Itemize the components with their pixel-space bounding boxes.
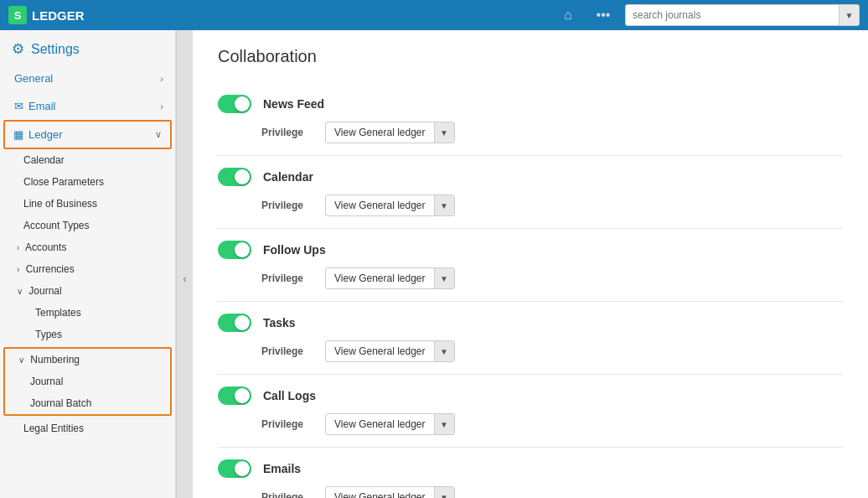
collab-item-news-feed: News Feed Privilege View General ledger … xyxy=(218,83,843,155)
privilege-select-tasks[interactable]: View General ledger ▼ xyxy=(325,340,455,362)
collab-item-emails: Emails Privilege View General ledger ▼ xyxy=(218,447,843,498)
logo-icon: S xyxy=(8,6,27,24)
toggle-knob-news-feed xyxy=(235,96,250,112)
ledger-item-wrapper: ▦ Ledger ∨ xyxy=(3,120,172,149)
collab-item-follow-ups: Follow Ups Privilege View General ledger… xyxy=(218,228,843,301)
collab-name-calendar: Calendar xyxy=(263,170,313,184)
sidebar-item-numbering[interactable]: ∨ Numbering xyxy=(5,349,170,371)
toggle-follow-ups[interactable] xyxy=(218,241,251,259)
page-title: Collaboration xyxy=(218,47,843,66)
sidebar-item-currencies[interactable]: › Currencies xyxy=(0,258,175,280)
privilege-select-follow-ups[interactable]: View General ledger ▼ xyxy=(325,267,455,289)
search-dropdown-button[interactable]: ▼ xyxy=(839,5,859,25)
privilege-dropdown-emails[interactable]: ▼ xyxy=(434,487,454,498)
privilege-dropdown-call-logs[interactable]: ▼ xyxy=(434,414,454,434)
collab-item-call-logs: Call Logs Privilege View General ledger … xyxy=(218,374,843,447)
more-button[interactable]: ••• xyxy=(590,2,617,29)
toggle-news-feed[interactable] xyxy=(218,95,251,113)
sidebar-item-general[interactable]: General › xyxy=(0,65,175,92)
privilege-select-call-logs[interactable]: View General ledger ▼ xyxy=(325,413,455,435)
settings-header: ⚙ Settings xyxy=(0,30,175,65)
app-name: LEDGER xyxy=(32,8,85,23)
ledger-nav-icon: ▦ xyxy=(13,128,23,141)
privilege-value-news-feed: View General ledger xyxy=(326,127,434,138)
toggle-tasks[interactable] xyxy=(218,314,251,332)
sidebar-item-close-parameters[interactable]: Close Parameters xyxy=(0,171,175,193)
privilege-label-news-feed: Privilege xyxy=(261,127,312,138)
home-button[interactable]: ⌂ xyxy=(555,2,581,29)
sidebar-item-account-types[interactable]: Account Types xyxy=(0,215,175,236)
privilege-label-tasks: Privilege xyxy=(261,345,312,357)
privilege-dropdown-calendar[interactable]: ▼ xyxy=(434,195,454,215)
main-area: ⚙ Settings General › ✉ Email › ▦ Ledger … xyxy=(0,30,868,498)
privilege-label-emails: Privilege xyxy=(261,491,312,498)
collab-item-calendar: Calendar Privilege View General ledger ▼ xyxy=(218,155,843,228)
privilege-label-follow-ups: Privilege xyxy=(261,272,312,284)
toggle-knob-emails xyxy=(235,461,250,476)
currencies-arrow: › xyxy=(17,265,19,274)
collab-name-news-feed: News Feed xyxy=(263,97,324,111)
ledger-sub-items: Calendar Close Parameters Line of Busine… xyxy=(0,149,175,439)
toggle-emails[interactable] xyxy=(218,459,251,478)
sidebar-item-journal-num[interactable]: Journal xyxy=(5,371,170,392)
collab-name-tasks: Tasks xyxy=(263,316,296,329)
content-area: Collaboration News Feed Privilege View G… xyxy=(193,30,868,498)
search-journals-container: ▼ xyxy=(625,4,860,26)
collab-item-tasks: Tasks Privilege View General ledger ▼ xyxy=(218,301,843,374)
sidebar-item-journal-batch[interactable]: Journal Batch xyxy=(5,392,170,414)
collab-name-call-logs: Call Logs xyxy=(263,389,316,402)
search-dropdown-icon: ▼ xyxy=(845,11,854,20)
toggle-knob-call-logs xyxy=(235,388,250,403)
sidebar-item-email[interactable]: ✉ Email › xyxy=(0,92,175,120)
general-label: General xyxy=(14,72,53,85)
privilege-select-news-feed[interactable]: View General ledger ▼ xyxy=(325,122,455,143)
home-icon: ⌂ xyxy=(564,8,572,23)
collapse-icon: ‹ xyxy=(183,273,187,285)
privilege-select-emails[interactable]: View General ledger ▼ xyxy=(325,486,455,498)
privilege-label-calendar: Privilege xyxy=(261,200,312,211)
toggle-knob-calendar xyxy=(235,169,250,184)
sidebar-item-journal[interactable]: ∨ Journal xyxy=(0,280,175,302)
sidebar-item-accounts[interactable]: › Accounts xyxy=(0,236,175,258)
numbering-arrow: ∨ xyxy=(18,355,24,365)
more-icon: ••• xyxy=(597,8,611,23)
ledger-label: Ledger xyxy=(28,128,62,141)
sidebar-item-ledger[interactable]: ▦ Ledger ∨ xyxy=(5,122,170,148)
collab-name-follow-ups: Follow Ups xyxy=(263,243,326,257)
privilege-dropdown-news-feed[interactable]: ▼ xyxy=(434,122,454,143)
collaboration-items: News Feed Privilege View General ledger … xyxy=(218,83,843,498)
app-logo: S LEDGER xyxy=(8,6,85,24)
privilege-dropdown-follow-ups[interactable]: ▼ xyxy=(434,268,454,288)
sidebar-item-templates[interactable]: Templates xyxy=(0,302,175,324)
search-journals-input[interactable] xyxy=(626,9,839,21)
sidebar-item-line-of-business[interactable]: Line of Business xyxy=(0,193,175,215)
numbering-wrapper: ∨ Numbering Journal Journal Batch xyxy=(3,347,172,416)
email-chevron: › xyxy=(160,101,163,112)
sidebar-item-calendar[interactable]: Calendar xyxy=(0,149,175,171)
toggle-calendar[interactable] xyxy=(218,168,251,186)
toggle-knob-tasks xyxy=(235,315,250,330)
privilege-dropdown-tasks[interactable]: ▼ xyxy=(434,341,454,361)
topbar: S LEDGER ⌂ ••• ▼ xyxy=(0,0,868,30)
sidebar-collapse-button[interactable]: ‹ xyxy=(176,30,193,498)
privilege-label-call-logs: Privilege xyxy=(261,418,312,430)
privilege-value-emails: View General ledger xyxy=(326,491,434,498)
privilege-select-calendar[interactable]: View General ledger ▼ xyxy=(325,195,455,216)
email-label: Email xyxy=(28,100,56,112)
sidebar-item-legal-entities[interactable]: Legal Entities xyxy=(0,418,175,439)
gear-icon: ⚙ xyxy=(12,40,24,58)
privilege-value-calendar: View General ledger xyxy=(326,200,434,211)
settings-label: Settings xyxy=(31,42,80,57)
general-chevron: › xyxy=(160,74,163,84)
privilege-value-tasks: View General ledger xyxy=(326,345,434,357)
toggle-call-logs[interactable] xyxy=(218,386,251,405)
ledger-chevron: ∨ xyxy=(155,129,162,140)
sidebar-item-types[interactable]: Types xyxy=(0,324,175,345)
privilege-value-call-logs: View General ledger xyxy=(326,418,434,430)
accounts-arrow: › xyxy=(17,243,19,252)
privilege-value-follow-ups: View General ledger xyxy=(326,272,434,284)
sidebar: ⚙ Settings General › ✉ Email › ▦ Ledger … xyxy=(0,30,176,498)
email-nav-icon: ✉ xyxy=(14,100,23,112)
collab-name-emails: Emails xyxy=(263,462,301,475)
journal-arrow: ∨ xyxy=(17,287,23,296)
